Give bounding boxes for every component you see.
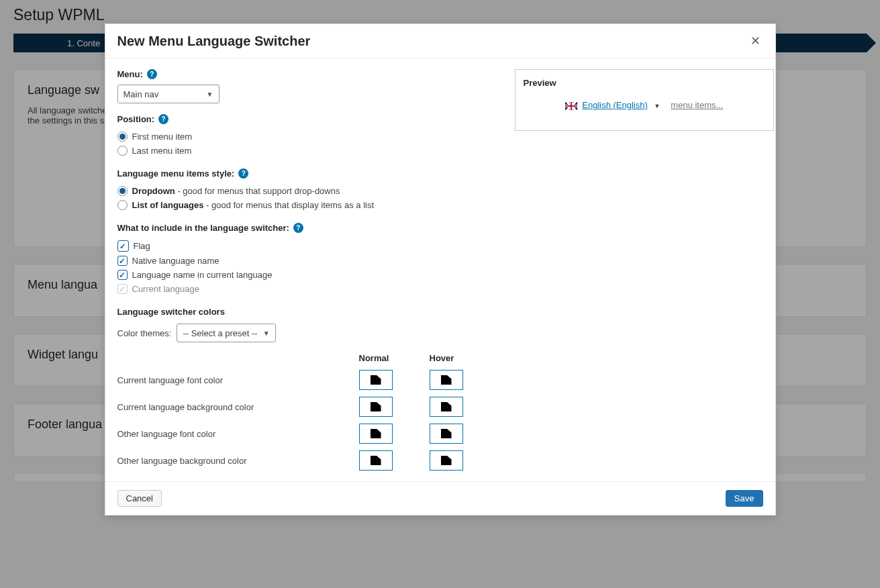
- color-row-label: Current language background color: [117, 402, 359, 412]
- help-icon[interactable]: ?: [147, 69, 157, 79]
- paint-icon: [441, 402, 452, 411]
- close-icon[interactable]: ✕: [748, 32, 763, 50]
- paint-icon: [371, 402, 381, 411]
- paint-icon: [441, 429, 452, 438]
- include-label: What to include in the language switcher…: [117, 223, 500, 233]
- color-row-label: Current language font color: [117, 375, 359, 385]
- radio-label: List of languages - good for menus that …: [132, 200, 375, 210]
- help-icon[interactable]: ?: [158, 114, 168, 124]
- check-label: Current language: [132, 284, 199, 294]
- checkbox-icon[interactable]: [117, 240, 129, 252]
- radio-icon[interactable]: [117, 132, 128, 142]
- color-swatch[interactable]: [359, 450, 393, 471]
- include-check-group: Flag Native language name Language name …: [117, 238, 500, 296]
- col-header-normal: Normal: [359, 353, 430, 363]
- chevron-down-icon: ▼: [263, 330, 270, 337]
- save-button[interactable]: Save: [726, 490, 763, 507]
- preset-select[interactable]: -- Select a preset -- ▼: [177, 324, 275, 342]
- paint-icon: [371, 375, 381, 385]
- paint-icon: [371, 429, 381, 438]
- cancel-button[interactable]: Cancel: [117, 490, 162, 507]
- preview-language-label: English (English): [582, 100, 648, 110]
- color-row-label: Other language font color: [117, 429, 359, 439]
- modal-left-column: Menu: ? Main nav ▼ Position: ? First men…: [117, 69, 500, 471]
- color-swatch[interactable]: [430, 450, 463, 471]
- preset-row: Color themes: -- Select a preset -- ▼: [117, 324, 500, 342]
- menu-label: Menu: ?: [117, 69, 500, 79]
- preview-box: Preview English (English) ▼ menu items..…: [515, 69, 774, 131]
- paint-icon: [441, 375, 452, 385]
- position-first-row[interactable]: First menu item: [117, 130, 500, 144]
- include-current-row: Current language: [117, 282, 500, 296]
- flag-uk-icon: [565, 102, 577, 110]
- colors-title: Language switcher colors: [117, 307, 500, 317]
- chevron-down-icon: ▼: [207, 91, 213, 98]
- color-swatch[interactable]: [430, 370, 463, 390]
- menu-select[interactable]: Main nav ▼: [117, 85, 219, 103]
- checkbox-icon[interactable]: [117, 270, 128, 280]
- modal-right-column: Preview English (English) ▼ menu items..…: [515, 69, 774, 131]
- check-label: Flag: [134, 241, 150, 251]
- preview-language-item[interactable]: English (English) ▼: [565, 100, 661, 110]
- color-swatch[interactable]: [359, 397, 393, 417]
- style-radio-group: Dropdown - good for menus that support d…: [117, 184, 500, 212]
- preview-menu-items-placeholder: menu items...: [671, 100, 723, 110]
- color-table: Normal Hover Current language font color…: [117, 353, 500, 471]
- preview-content: English (English) ▼ menu items...: [524, 96, 765, 122]
- paint-icon: [441, 456, 452, 465]
- col-header-hover: Hover: [430, 353, 500, 363]
- position-last-row[interactable]: Last menu item: [117, 144, 500, 158]
- modal-header: New Menu Language Switcher ✕: [105, 24, 775, 58]
- help-icon[interactable]: ?: [293, 223, 303, 233]
- style-label: Language menu items style: ?: [117, 168, 500, 179]
- modal-footer: Cancel Save: [105, 481, 775, 515]
- style-list-row[interactable]: List of languages - good for menus that …: [117, 198, 500, 212]
- caret-down-icon: ▼: [654, 103, 660, 109]
- position-radio-group: First menu item Last menu item: [117, 130, 500, 158]
- preset-label: Color themes:: [117, 328, 172, 338]
- modal-title: New Menu Language Switcher: [117, 34, 311, 49]
- position-label: Position: ?: [117, 114, 500, 124]
- paint-icon: [371, 456, 381, 465]
- checkbox-icon[interactable]: [117, 256, 128, 266]
- radio-icon[interactable]: [117, 186, 128, 196]
- menu-select-value: Main nav: [124, 89, 159, 99]
- radio-label: Last menu item: [132, 146, 192, 156]
- color-swatch[interactable]: [359, 370, 393, 390]
- radio-label: Dropdown - good for menus that support d…: [132, 186, 340, 196]
- check-label: Native language name: [132, 256, 219, 266]
- include-native-row[interactable]: Native language name: [117, 254, 500, 268]
- include-display-row[interactable]: Language name in current language: [117, 268, 500, 282]
- checkbox-icon: [117, 284, 128, 294]
- color-row-label: Other language background color: [117, 456, 359, 466]
- radio-icon[interactable]: [117, 200, 128, 210]
- style-dropdown-row[interactable]: Dropdown - good for menus that support d…: [117, 184, 500, 198]
- check-label: Language name in current language: [132, 270, 273, 280]
- preview-title: Preview: [524, 78, 765, 88]
- radio-icon[interactable]: [117, 146, 128, 156]
- modal-body: Menu: ? Main nav ▼ Position: ? First men…: [105, 58, 775, 481]
- color-swatch[interactable]: [359, 424, 393, 444]
- help-icon[interactable]: ?: [238, 168, 248, 179]
- radio-label: First menu item: [132, 132, 193, 142]
- include-flag-row[interactable]: Flag: [117, 238, 500, 254]
- modal: New Menu Language Switcher ✕ Menu: ? Mai…: [105, 23, 776, 516]
- modal-overlay: New Menu Language Switcher ✕ Menu: ? Mai…: [0, 0, 880, 588]
- color-swatch[interactable]: [430, 397, 463, 417]
- color-swatch[interactable]: [430, 424, 463, 444]
- preset-select-value: -- Select a preset --: [183, 328, 257, 338]
